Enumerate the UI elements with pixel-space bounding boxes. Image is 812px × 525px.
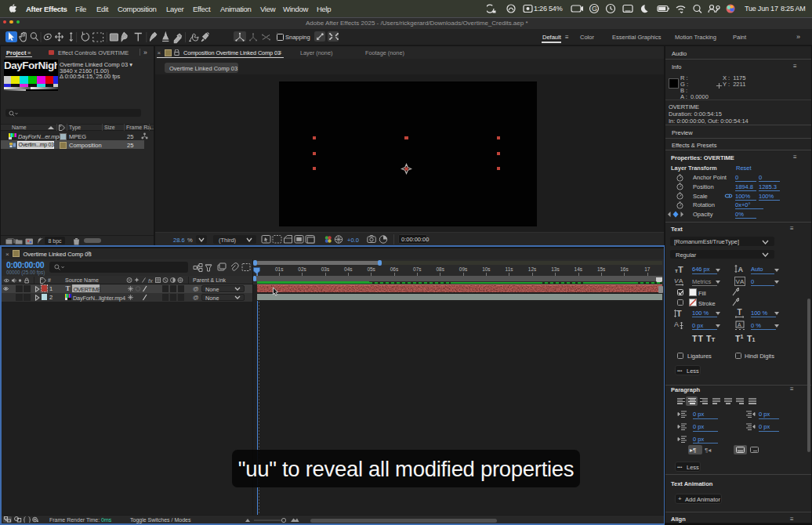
svg-text:T: T <box>676 309 682 318</box>
svg-text:A: A <box>740 278 745 285</box>
svg-text:A: A <box>674 320 679 328</box>
svg-text:G: G <box>592 5 597 13</box>
svg-text:A: A <box>738 266 744 273</box>
svg-text:A: A <box>738 322 741 328</box>
svg-text:T: T <box>738 309 742 317</box>
svg-text:fx: fx <box>148 277 153 284</box>
svg-text:A: A <box>679 277 683 284</box>
